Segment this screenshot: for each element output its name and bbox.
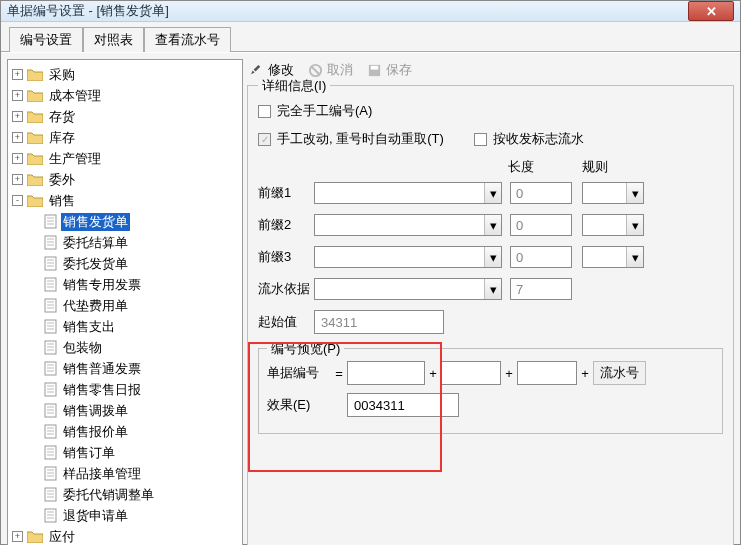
rule-header: 规则	[582, 158, 642, 176]
tree-label: 样品接单管理	[61, 465, 143, 483]
tree-label: 应付	[47, 528, 77, 546]
collapse-icon[interactable]: -	[12, 195, 23, 206]
tree-label: 采购	[47, 66, 77, 84]
tree-item[interactable]: 销售发货单	[10, 211, 240, 232]
tree-item[interactable]: 委托结算单	[10, 232, 240, 253]
length-header: 长度	[508, 158, 582, 176]
chevron-down-icon: ▾	[632, 218, 639, 233]
preview-group: 编号预览(P) 单据编号 = + + + 流水号 效果(E)	[258, 348, 723, 434]
preview-seg1[interactable]	[347, 361, 425, 385]
prefix3-label: 前缀3	[258, 248, 314, 266]
tree-label: 销售专用发票	[61, 276, 143, 294]
folder-icon	[27, 530, 43, 543]
svg-line-61	[312, 66, 320, 74]
serial-basis-length[interactable]: 7	[510, 278, 572, 300]
expand-icon[interactable]: +	[12, 69, 23, 80]
expand-icon[interactable]: +	[12, 90, 23, 101]
detail-pane: 修改 取消 保存 详细信息(I)	[247, 59, 734, 545]
category-tree[interactable]: +采购+成本管理+存货+库存+生产管理+委外-销售销售发货单委托结算单委托发货单…	[7, 59, 243, 545]
folder-icon	[27, 152, 43, 165]
tree-item[interactable]: 样品接单管理	[10, 463, 240, 484]
tree-folder[interactable]: +存货	[10, 106, 240, 127]
prefix2-rule[interactable]: ▾	[582, 214, 644, 236]
tree-folder[interactable]: +成本管理	[10, 85, 240, 106]
expand-icon[interactable]: +	[12, 531, 23, 542]
doc-number-label: 单据编号	[267, 364, 331, 382]
prefix1-length[interactable]: 0	[510, 182, 572, 204]
tree-item[interactable]: 销售订单	[10, 442, 240, 463]
tree-item[interactable]: 销售专用发票	[10, 274, 240, 295]
document-icon	[44, 277, 57, 292]
tree-item[interactable]: 委托代销调整单	[10, 484, 240, 505]
tree-item[interactable]: 委托发货单	[10, 253, 240, 274]
expand-icon[interactable]: +	[12, 111, 23, 122]
tree-label: 成本管理	[47, 87, 103, 105]
tree-folder[interactable]: +委外	[10, 169, 240, 190]
tree-item[interactable]: 销售零售日报	[10, 379, 240, 400]
tree-item[interactable]: 包装物	[10, 337, 240, 358]
prefix1-rule[interactable]: ▾	[582, 182, 644, 204]
preview-seg3[interactable]	[517, 361, 577, 385]
close-button[interactable]: ✕	[688, 1, 734, 21]
document-icon	[44, 298, 57, 313]
result-value[interactable]: 0034311	[347, 393, 459, 417]
flow-by-flag-checkbox[interactable]	[474, 133, 487, 146]
close-icon: ✕	[706, 4, 717, 19]
tree-item[interactable]: 销售报价单	[10, 421, 240, 442]
tree-folder[interactable]: -销售	[10, 190, 240, 211]
tree-folder[interactable]: +采购	[10, 64, 240, 85]
start-value-label: 起始值	[258, 313, 314, 331]
save-button[interactable]: 保存	[367, 61, 412, 79]
document-icon	[44, 256, 57, 271]
document-icon	[44, 487, 57, 502]
prefix2-length[interactable]: 0	[510, 214, 572, 236]
document-icon	[44, 361, 57, 376]
prefix3-length[interactable]: 0	[510, 246, 572, 268]
prefix3-rule[interactable]: ▾	[582, 246, 644, 268]
detail-legend: 详细信息(I)	[258, 77, 330, 95]
document-icon	[44, 424, 57, 439]
svg-rect-63	[371, 65, 379, 69]
serial-basis-combo[interactable]: ▾	[314, 278, 502, 300]
tree-label: 委托结算单	[61, 234, 130, 252]
tree-label: 退货申请单	[61, 507, 130, 525]
tree-label: 委托发货单	[61, 255, 130, 273]
tree-folder[interactable]: +生产管理	[10, 148, 240, 169]
start-value-input[interactable]: 34311	[314, 310, 444, 334]
result-label: 效果(E)	[267, 396, 331, 414]
serial-basis-label: 流水依据	[258, 280, 314, 298]
tree-item[interactable]: 销售支出	[10, 316, 240, 337]
auto-retake-checkbox[interactable]: ✓	[258, 133, 271, 146]
prefix3-combo[interactable]: ▾	[314, 246, 502, 268]
settings-window: 单据编号设置 - [销售发货单] ✕ 编号设置 对照表 查看流水号 +采购+成本…	[0, 0, 741, 545]
chevron-down-icon: ▾	[490, 186, 497, 201]
prefix2-combo[interactable]: ▾	[314, 214, 502, 236]
tree-item[interactable]: 代垫费用单	[10, 295, 240, 316]
document-icon	[44, 340, 57, 355]
save-icon	[367, 63, 382, 78]
chevron-down-icon: ▾	[632, 186, 639, 201]
tree-label: 销售报价单	[61, 423, 130, 441]
prefix2-label: 前缀2	[258, 216, 314, 234]
tab-mapping[interactable]: 对照表	[83, 27, 144, 52]
tree-item[interactable]: 销售调拨单	[10, 400, 240, 421]
folder-icon	[27, 68, 43, 81]
window-title: 单据编号设置 - [销售发货单]	[7, 2, 169, 20]
tree-item[interactable]: 退货申请单	[10, 505, 240, 526]
expand-icon[interactable]: +	[12, 153, 23, 164]
expand-icon[interactable]: +	[12, 132, 23, 143]
tab-view-serial[interactable]: 查看流水号	[144, 27, 231, 52]
preview-seg2[interactable]	[441, 361, 501, 385]
chevron-down-icon: ▾	[490, 218, 497, 233]
tree-folder[interactable]: +应付	[10, 526, 240, 545]
prefix1-label: 前缀1	[258, 184, 314, 202]
document-icon	[44, 382, 57, 397]
expand-icon[interactable]: +	[12, 174, 23, 185]
tree-label: 生产管理	[47, 150, 103, 168]
tree-item[interactable]: 销售普通发票	[10, 358, 240, 379]
tree-folder[interactable]: +库存	[10, 127, 240, 148]
manual-number-checkbox[interactable]	[258, 105, 271, 118]
tab-number-settings[interactable]: 编号设置	[9, 27, 83, 52]
tree-label: 委托代销调整单	[61, 486, 156, 504]
prefix1-combo[interactable]: ▾	[314, 182, 502, 204]
